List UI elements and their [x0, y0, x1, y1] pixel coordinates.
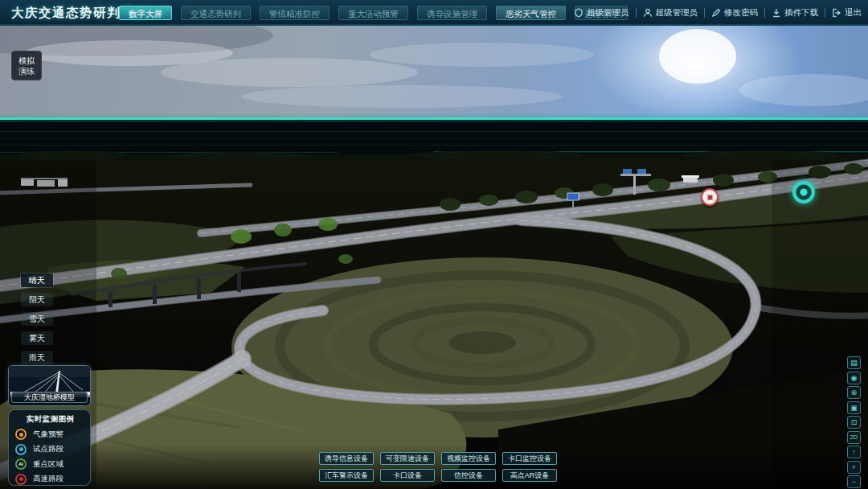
weather-overcast[interactable]: 阴天 — [21, 293, 53, 306]
map-3d-viewport[interactable] — [0, 26, 868, 489]
divider — [704, 8, 705, 18]
sky — [0, 26, 868, 122]
tab-digital-screen[interactable]: 数字大屏 — [119, 6, 172, 20]
bridge-model-card[interactable]: 大庆湿地桥模型 — [8, 365, 91, 406]
scene-render — [0, 26, 868, 489]
checkpoint-device-button[interactable]: 卡口设备 — [380, 469, 435, 482]
weather-mode-list: 晴天 阴天 雪天 雾天 雨天 — [21, 273, 53, 364]
weather-warning-icon — [15, 429, 27, 440]
globe-icon[interactable]: ⊕ — [847, 386, 861, 399]
zoom-in-button[interactable]: + — [847, 461, 861, 474]
map-toolbar: ▤ ◉ ⊕ ▣ ⊡ 2D ↑ + − — [847, 356, 861, 488]
tab-incident-control[interactable]: 警情精准防控 — [260, 6, 330, 20]
legend-item-key-area[interactable]: AI 重点区域 — [15, 457, 85, 472]
divider — [636, 8, 637, 18]
guidance-info-device-button[interactable]: 诱导信息设备 — [319, 452, 374, 465]
change-password-label: 修改密码 — [724, 7, 758, 18]
legend-title: 实时监测图例 — [15, 414, 85, 425]
person-icon — [643, 8, 653, 18]
legend-label: 高速路段 — [33, 474, 63, 484]
weather-fog[interactable]: 雾天 — [21, 331, 53, 345]
tab-traffic-analysis[interactable]: 交通态势研判 — [181, 6, 251, 20]
tab-severe-weather[interactable]: 恶劣天气管控 — [496, 6, 566, 20]
high-point-ar-device-button[interactable]: 高点AR设备 — [502, 469, 557, 482]
logout-button[interactable]: 退出 — [832, 7, 862, 18]
horizon-band — [0, 114, 868, 167]
plugin-download-label: 插件下载 — [784, 7, 818, 18]
highway-section-icon — [15, 474, 27, 485]
user-role-label: 超级管理员 — [587, 7, 629, 18]
divider — [825, 8, 825, 18]
simulation-drill-button[interactable]: 模拟演练 — [11, 51, 42, 80]
roadside-device-marker[interactable] — [792, 181, 815, 203]
ai-key-area-icon: AI — [15, 458, 27, 470]
device-button-row: 汇车警示设备 卡口设备 信控设备 高点AR设备 — [319, 469, 557, 482]
legend-item-pilot-section[interactable]: 试点路段 — [15, 442, 85, 458]
checkpoint-camera-marker[interactable] — [701, 188, 719, 206]
app-root: 大庆交通态势研判系统 数字大屏 交通态势研判 警情精准防控 重大活动预警 诱导设… — [0, 0, 868, 489]
download-icon — [772, 8, 781, 18]
mode-2d-toggle[interactable]: 2D — [847, 431, 861, 444]
legend-item-weather[interactable]: 气象预警 — [15, 427, 85, 442]
weather-rain[interactable]: 雨天 — [21, 351, 53, 364]
legend-label: 试点路段 — [33, 444, 63, 454]
measure-icon[interactable]: ▤ — [847, 356, 861, 369]
legend-label: 气象预警 — [33, 429, 63, 440]
user-menu: 超级管理员 超级管理员 修改密码 插件下载 — [574, 0, 862, 26]
legend-item-highway-section[interactable]: 高速路段 — [15, 472, 85, 487]
checkpoint-monitor-device-button[interactable]: 卡口监控设备 — [502, 452, 557, 465]
badge-icon — [574, 8, 583, 18]
compass-icon[interactable]: ↑ — [847, 446, 861, 458]
pencil-icon — [711, 8, 721, 18]
device-filter-buttons: 诱导信息设备 可变限速设备 视频监控设备 卡口监控设备 汇车警示设备 卡口设备 … — [319, 452, 557, 482]
nav-tabs: 数字大屏 交通态势研判 警情精准防控 重大活动预警 诱导设施管理 恶劣天气管控 … — [119, 6, 628, 20]
merge-warning-device-button[interactable]: 汇车警示设备 — [319, 469, 374, 482]
user-role[interactable]: 超级管理员 — [574, 7, 629, 18]
device-button-row: 诱导信息设备 可变限速设备 视频监控设备 卡口监控设备 — [319, 452, 557, 465]
camera-glyph-icon — [706, 194, 714, 201]
simulation-drill-label: 模拟演练 — [18, 55, 35, 76]
bridge-model-label: 大庆湿地桥模型 — [11, 392, 88, 403]
plugin-download-button[interactable]: 插件下载 — [772, 7, 818, 18]
weather-snow[interactable]: 雪天 — [21, 312, 53, 326]
monitoring-legend-panel: 实时监测图例 气象预警 试点路段 AI 重点区域 高速路段 — [8, 409, 91, 486]
fullscreen-icon[interactable]: ⊡ — [847, 416, 861, 429]
variable-speed-device-button[interactable]: 可变限速设备 — [380, 452, 435, 465]
weather-sunny[interactable]: 晴天 — [21, 273, 53, 287]
logout-label: 退出 — [845, 7, 862, 18]
tab-facility-management[interactable]: 诱导设施管理 — [417, 6, 487, 20]
locate-icon[interactable]: ◉ — [847, 372, 861, 384]
select-area-icon[interactable]: ▣ — [847, 401, 861, 414]
header-bar: 大庆交通态势研判系统 数字大屏 交通态势研判 警情精准防控 重大活动预警 诱导设… — [0, 0, 868, 26]
logout-icon — [832, 8, 841, 18]
pilot-section-icon — [15, 444, 27, 455]
user-account-label: 超级管理员 — [656, 7, 698, 18]
zoom-out-button[interactable]: − — [847, 475, 861, 488]
divider — [764, 8, 765, 18]
legend-label: 重点区域 — [33, 459, 63, 470]
signal-control-device-button[interactable]: 信控设备 — [441, 469, 496, 482]
tab-event-warning[interactable]: 重大活动预警 — [338, 6, 408, 20]
video-surveillance-device-button[interactable]: 视频监控设备 — [441, 452, 496, 465]
change-password-button[interactable]: 修改密码 — [711, 7, 758, 18]
user-account[interactable]: 超级管理员 — [643, 7, 698, 18]
